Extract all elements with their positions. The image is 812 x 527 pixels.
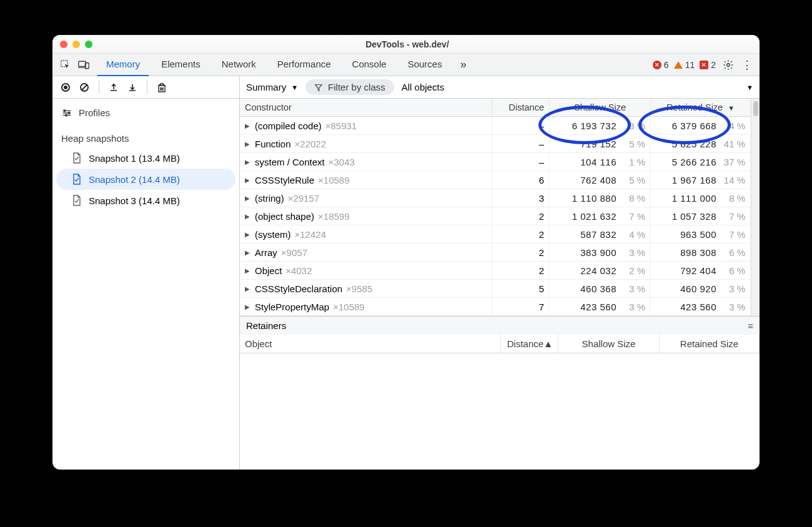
table-row[interactable]: ▶Object×40322224 0322 %792 4046 % bbox=[240, 262, 751, 280]
table-row[interactable]: ▶CSSStyleDeclaration×95855460 3683 %460 … bbox=[240, 280, 751, 298]
table-row[interactable]: ▶Array×90572383 9003 %898 3086 % bbox=[240, 244, 751, 262]
table-row[interactable]: ▶(compiled code)×85931–6 193 7323 %6 379… bbox=[240, 117, 751, 135]
table-row[interactable]: ▶(system)×124242587 8324 %963 5007 % bbox=[240, 225, 751, 244]
errors-counter[interactable]: ✕ 6 bbox=[653, 60, 669, 70]
heap-snapshots-label: Heap snapshots bbox=[52, 124, 239, 147]
cell-shallow: 719 1525 % bbox=[550, 135, 651, 152]
record-icon[interactable] bbox=[57, 79, 74, 96]
cell-constructor: ▶system / Context×3043 bbox=[240, 153, 492, 170]
expand-icon[interactable]: ▶ bbox=[245, 122, 250, 129]
status-counters: ✕ 6 11 ✕ 2 bbox=[653, 60, 716, 70]
memory-toolbar: Summary ▼ Filter by class All objects ▼ bbox=[52, 76, 760, 99]
inspect-icon[interactable] bbox=[56, 56, 74, 74]
col-retained-size[interactable]: Retained Size ▼ bbox=[651, 99, 751, 116]
expand-icon[interactable]: ▶ bbox=[245, 303, 250, 310]
chevron-down-icon[interactable]: ▼ bbox=[746, 84, 753, 91]
col-distance[interactable]: Distance bbox=[492, 99, 550, 116]
table-row[interactable]: ▶system / Context×3043–104 1161 %5 266 2… bbox=[240, 153, 751, 171]
collect-garbage-icon[interactable] bbox=[154, 79, 170, 96]
cell-constructor: ▶CSSStyleRule×10589 bbox=[240, 171, 492, 189]
objects-select[interactable]: All objects bbox=[402, 82, 444, 92]
col-object[interactable]: Object bbox=[240, 335, 501, 353]
table-row[interactable]: ▶(string)×2915731 110 8808 %1 111 0008 % bbox=[240, 189, 751, 207]
device-toolbar-icon[interactable] bbox=[75, 56, 92, 74]
expand-icon[interactable]: ▶ bbox=[245, 267, 250, 274]
cell-retained: 1 111 0008 % bbox=[651, 189, 751, 207]
save-icon[interactable] bbox=[124, 79, 141, 96]
expand-icon[interactable]: ▶ bbox=[245, 195, 250, 202]
tab-console[interactable]: Console bbox=[344, 54, 395, 76]
expand-icon[interactable]: ▶ bbox=[245, 177, 250, 184]
sliders-icon bbox=[61, 109, 72, 117]
cell-constructor: ▶StylePropertyMap×10589 bbox=[240, 298, 492, 315]
expand-icon[interactable]: ▶ bbox=[245, 249, 250, 256]
settings-icon[interactable] bbox=[720, 56, 737, 74]
more-tabs-icon[interactable]: » bbox=[455, 56, 472, 74]
col-shallow-size[interactable]: Shallow Size bbox=[558, 335, 660, 353]
cell-retained: 1 967 16814 % bbox=[651, 171, 751, 189]
snapshot-icon bbox=[71, 174, 82, 185]
panel-tabbar: Memory Elements Network Performance Cons… bbox=[52, 54, 760, 76]
table-row[interactable]: ▶(object shape)×1859921 021 6327 %1 057 … bbox=[240, 207, 751, 225]
cell-distance: – bbox=[492, 135, 550, 152]
warnings-counter[interactable]: 11 bbox=[674, 60, 695, 70]
cell-distance: 2 bbox=[492, 225, 550, 243]
kebab-menu-icon[interactable]: ⋮ bbox=[738, 56, 756, 74]
svg-point-3 bbox=[727, 63, 730, 66]
expand-icon[interactable]: ▶ bbox=[245, 231, 250, 238]
cell-retained: 460 9203 % bbox=[651, 280, 751, 297]
window-controls bbox=[60, 41, 92, 48]
minimize-window-button[interactable] bbox=[72, 41, 80, 48]
col-shallow-size[interactable]: Shallow Size bbox=[550, 99, 651, 116]
table-row[interactable]: ▶Function×22022–719 1525 %5 825 22841 % bbox=[240, 135, 751, 153]
table-row[interactable]: ▶StylePropertyMap×105897423 5603 %423 56… bbox=[240, 298, 751, 316]
tab-elements[interactable]: Elements bbox=[152, 54, 209, 76]
cell-constructor: ▶Function×22022 bbox=[240, 135, 492, 152]
errors-count: 6 bbox=[664, 60, 669, 70]
tab-memory[interactable]: Memory bbox=[97, 54, 149, 76]
profiles-header[interactable]: Profiles bbox=[52, 101, 239, 124]
sort-desc-icon: ▼ bbox=[728, 104, 735, 112]
snapshot-item[interactable]: Snapshot 2 (14.4 MB) bbox=[56, 169, 235, 190]
zoom-window-button[interactable] bbox=[85, 41, 92, 48]
cell-distance: – bbox=[492, 153, 550, 170]
expand-icon[interactable]: ▶ bbox=[245, 213, 250, 220]
filter-input[interactable]: Filter by class bbox=[305, 79, 394, 95]
issues-count: 2 bbox=[711, 60, 716, 70]
cell-distance: 2 bbox=[492, 207, 550, 225]
panel-tabs: Memory Elements Network Performance Cons… bbox=[97, 54, 472, 76]
cell-distance: 2 bbox=[492, 262, 550, 279]
cell-shallow: 460 3683 % bbox=[550, 280, 651, 297]
retainers-body bbox=[240, 353, 760, 470]
tab-performance[interactable]: Performance bbox=[269, 54, 340, 76]
tab-network[interactable]: Network bbox=[213, 54, 265, 76]
col-retained-size[interactable]: Retained Size bbox=[660, 335, 760, 353]
clear-icon[interactable] bbox=[76, 79, 92, 96]
expand-icon[interactable]: ▶ bbox=[245, 285, 250, 292]
cell-constructor: ▶Array×9057 bbox=[240, 244, 492, 261]
cell-distance: 6 bbox=[492, 171, 550, 189]
snapshot-view-controls: Summary ▼ Filter by class All objects ▼ bbox=[240, 76, 760, 98]
chevron-down-icon: ▼ bbox=[291, 84, 298, 91]
col-constructor[interactable]: Constructor bbox=[240, 99, 492, 116]
expand-icon[interactable]: ▶ bbox=[245, 159, 250, 165]
warning-icon bbox=[674, 61, 683, 69]
col-distance[interactable]: Distance▲ bbox=[501, 335, 558, 353]
scrollbar[interactable] bbox=[751, 99, 760, 316]
cell-shallow: 383 9003 % bbox=[550, 244, 651, 261]
snapshot-item[interactable]: Snapshot 1 (13.4 MB) bbox=[56, 147, 235, 169]
menu-icon[interactable]: ≡ bbox=[748, 320, 753, 331]
close-window-button[interactable] bbox=[60, 41, 67, 48]
tab-sources[interactable]: Sources bbox=[399, 54, 451, 76]
table-row[interactable]: ▶CSSStyleRule×105896762 4085 %1 967 1681… bbox=[240, 171, 751, 189]
snapshot-icon bbox=[71, 152, 82, 164]
svg-point-5 bbox=[64, 86, 67, 89]
load-icon[interactable] bbox=[106, 79, 122, 96]
constructors-table[interactable]: ▶(compiled code)×85931–6 193 7323 %6 379… bbox=[240, 117, 751, 316]
expand-icon[interactable]: ▶ bbox=[245, 140, 250, 147]
svg-rect-1 bbox=[79, 61, 86, 66]
issues-counter[interactable]: ✕ 2 bbox=[700, 60, 716, 70]
snapshot-item[interactable]: Snapshot 3 (14.4 MB) bbox=[56, 190, 235, 211]
summary-select[interactable]: Summary ▼ bbox=[246, 82, 298, 92]
warnings-count: 11 bbox=[685, 60, 695, 70]
